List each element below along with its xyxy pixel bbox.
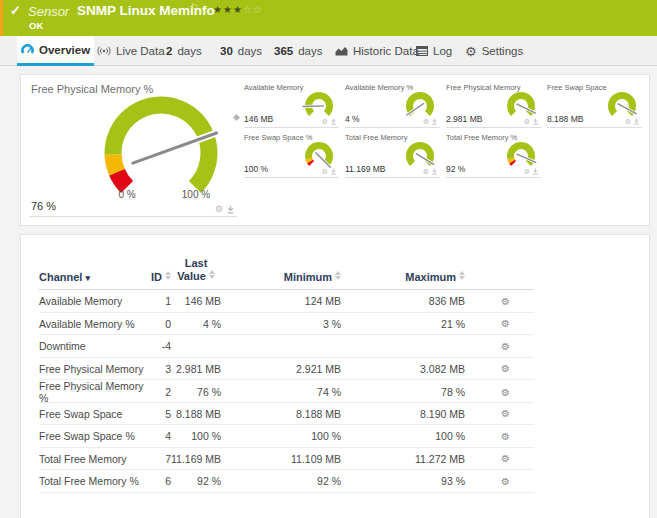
table-row: Total Free Memory 7 11.169 MB 11.109 MB … [39, 448, 534, 471]
channel-minimum: 92 % [221, 475, 341, 487]
channel-last-value: 146 MB [171, 295, 221, 307]
channel-minimum: 8.188 MB [221, 408, 341, 420]
channel-id: 6 [149, 475, 171, 487]
channel-name[interactable]: Total Free Memory % [39, 475, 149, 487]
tab-live-data[interactable]: Live Data [93, 36, 169, 66]
channels-panel: Channel▾ ID Last Value Minimum Maximum A… [20, 234, 650, 518]
status-badge: OK [29, 20, 43, 31]
mini-gauge-tile: Free Physical Memory 2.981 MB ⚙ [446, 81, 541, 128]
mini-gauge-tile: Available Memory % 4 % ⚙ [345, 81, 440, 128]
tab-settings[interactable]: ⚙ Settings [461, 36, 527, 66]
channel-settings-icon[interactable]: ⚙ [465, 476, 510, 487]
tab-365-days[interactable]: 365 days [270, 36, 326, 66]
table-body: Available Memory 1 146 MB 124 MB 836 MB … [39, 290, 534, 493]
channel-settings-icon[interactable]: ⚙ [465, 341, 510, 352]
tile-actions: ⚙ [322, 118, 337, 125]
channel-settings-icon[interactable]: ⚙ [465, 296, 510, 307]
flag-icon[interactable]: ⚐ [190, 2, 199, 13]
gear-icon[interactable]: ⚙ [524, 168, 530, 175]
channel-name[interactable]: Total Free Memory [39, 453, 149, 465]
tab-bar: Overview Live Data 2 days 30 days 365 da… [0, 36, 657, 66]
channel-name[interactable]: Free Physical Memory % [39, 380, 149, 404]
gauge-scale-min: 0 % [111, 189, 143, 200]
gear-icon[interactable]: ⚙ [423, 168, 429, 175]
col-last-value[interactable]: Last Value [171, 257, 221, 283]
tile-actions: ⚙ [625, 118, 640, 125]
gear-icon[interactable]: ⚙ [215, 205, 223, 214]
gear-icon[interactable]: ⚙ [524, 118, 530, 125]
log-table-icon [416, 46, 428, 56]
mini-gauge-tile: Free Swap Space % 100 % ⚙ [244, 131, 339, 178]
tab-label: days [177, 45, 201, 57]
sort-icon [209, 270, 215, 279]
col-maximum[interactable]: Maximum [341, 271, 465, 283]
channel-settings-icon[interactable]: ⚙ [465, 318, 510, 329]
col-minimum[interactable]: Minimum [221, 271, 341, 283]
download-icon[interactable] [330, 168, 337, 175]
tab-30-days[interactable]: 30 days [216, 36, 266, 66]
col-channel[interactable]: Channel▾ [39, 271, 149, 283]
channel-id: 5 [149, 408, 171, 420]
tile-actions: ⚙ [322, 168, 337, 175]
status-ok-check-icon: ✓ [10, 3, 21, 18]
channel-name[interactable]: Free Physical Memory [39, 363, 149, 375]
download-icon[interactable] [431, 118, 438, 125]
mini-gauge-tile: Free Swap Space 8.188 MB ⚙ [547, 81, 642, 128]
gear-icon[interactable]: ⚙ [322, 118, 328, 125]
table-row: Available Memory 1 146 MB 124 MB 836 MB … [39, 290, 534, 313]
tab-log[interactable]: Log [412, 36, 456, 66]
star-filled-icon[interactable]: ★ [213, 4, 223, 15]
mini-gauge-tile: Total Free Memory 11.169 MB ⚙ [345, 131, 440, 178]
col-id[interactable]: ID [149, 271, 171, 283]
gear-icon[interactable]: ⚙ [625, 118, 631, 125]
channel-id: 1 [149, 295, 171, 307]
gauge-scale-max: 100 % [177, 189, 215, 200]
channel-settings-icon[interactable]: ⚙ [465, 363, 510, 374]
download-icon[interactable] [330, 118, 337, 125]
tab-2-days[interactable]: 2 days [162, 36, 206, 66]
channel-name[interactable]: Available Memory [39, 295, 149, 307]
gauge-icon [21, 44, 34, 55]
channel-name[interactable]: Free Swap Space % [39, 430, 149, 442]
channel-name[interactable]: Downtime [39, 340, 149, 352]
channel-name[interactable]: Free Swap Space [39, 408, 149, 420]
mini-gauge-grid: Available Memory 146 MB ⚙ Available Memo… [244, 81, 650, 181]
star-filled-icon[interactable]: ★ [223, 4, 233, 15]
channel-settings-icon[interactable]: ⚙ [465, 453, 510, 464]
gauge-value: 4 % [345, 114, 360, 124]
table-row: Total Free Memory % 6 92 % 92 % 93 % ⚙ [39, 470, 534, 493]
priority-stars[interactable]: ★★★☆☆ [213, 4, 263, 15]
star-empty-icon[interactable]: ☆ [253, 4, 263, 15]
download-icon[interactable] [633, 118, 640, 125]
live-signal-icon [97, 46, 111, 56]
tab-number: 2 [166, 45, 172, 57]
sort-desc-icon: ▾ [85, 273, 90, 283]
download-icon[interactable] [532, 118, 539, 125]
tile-actions: ⚙ [423, 168, 438, 175]
gear-icon[interactable]: ⚙ [322, 168, 328, 175]
tab-historic-data[interactable]: Historic Data [331, 36, 423, 66]
star-filled-icon[interactable]: ★ [233, 4, 243, 15]
channel-id: 4 [149, 430, 171, 442]
tab-label: Settings [482, 45, 524, 57]
download-icon[interactable] [532, 168, 539, 175]
download-icon[interactable] [226, 205, 235, 214]
channel-settings-icon[interactable]: ⚙ [465, 408, 510, 419]
channel-settings-icon[interactable]: ⚙ [465, 387, 510, 398]
channel-name[interactable]: Available Memory % [39, 318, 149, 330]
mini-gauge-tile: Total Free Memory % 92 % ⚙ [446, 131, 541, 178]
channel-minimum: 3 % [221, 318, 341, 330]
gear-icon[interactable]: ⚙ [423, 118, 429, 125]
table-header: Channel▾ ID Last Value Minimum Maximum [39, 257, 534, 290]
table-row: Free Physical Memory % 2 76 % 74 % 78 % … [39, 380, 534, 403]
tab-overview[interactable]: Overview [17, 36, 94, 66]
table-row: Free Physical Memory 3 2.981 MB 2.921 MB… [39, 358, 534, 381]
channel-last-value: 100 % [171, 430, 221, 442]
star-empty-icon[interactable]: ☆ [243, 4, 253, 15]
channel-minimum: 74 % [221, 386, 341, 398]
download-icon[interactable] [431, 168, 438, 175]
gauge-value: 92 % [446, 164, 465, 174]
table-row: Available Memory % 0 4 % 3 % 21 % ⚙ [39, 313, 534, 336]
tab-number: 30 [220, 45, 233, 57]
channel-settings-icon[interactable]: ⚙ [465, 431, 510, 442]
